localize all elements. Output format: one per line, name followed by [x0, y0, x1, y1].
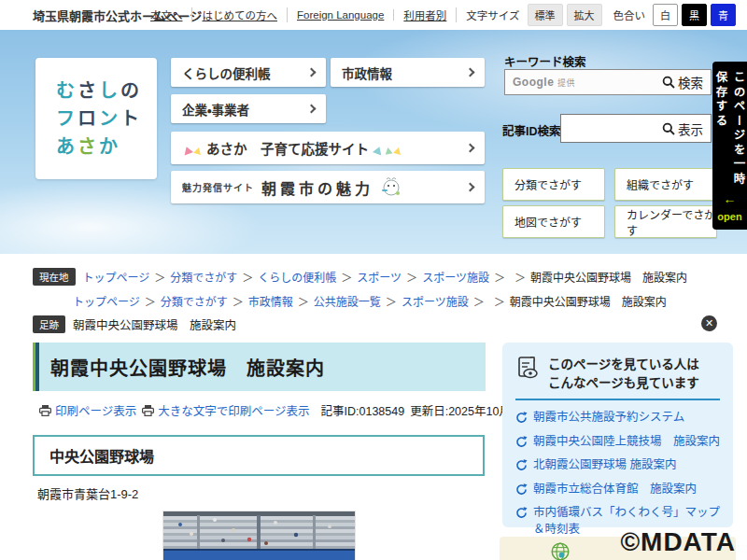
breadcrumb-primary: 現在地 トップページ＞分類でさがす＞くらしの便利帳＞スポーツ＞スポーツ施設＞＞朝… — [33, 268, 687, 286]
breadcrumb-separator: ＞ — [514, 272, 526, 285]
article-meta-row: 印刷ページ表示 大きな文字で印刷ページ表示 記事ID:0138549 更新日:2… — [39, 401, 552, 419]
related-page-link-label: 北朝霞公園野球場 施設案内 — [533, 457, 676, 474]
current-location-badge: 現在地 — [33, 268, 76, 286]
breadcrumb-link[interactable]: 分類でさがす — [161, 296, 228, 309]
breadcrumb-current: 朝霞中央公園野球場 施設案内 — [510, 296, 667, 309]
related-links-list: 朝霞市公共施設予約システム朝霞中央公園陸上競技場 施設案内北朝霞公園野球場 施設… — [515, 410, 720, 538]
print-large-page-link[interactable]: 大きな文字で印刷ページ表示 — [142, 401, 309, 419]
font-size-large-button[interactable]: 拡大 — [567, 4, 602, 26]
user-type-link[interactable]: 利用者別 — [394, 7, 457, 22]
nav-button-business[interactable]: 企業・事業者 — [171, 94, 326, 123]
site-logo[interactable]: むさしの フロント あさか — [35, 58, 157, 179]
foreign-language-link[interactable]: Foreign Language — [288, 9, 394, 21]
breadcrumb-link[interactable]: トップページ — [83, 272, 150, 285]
breadcrumb-current: 朝霞中央公園野球場 施設案内 — [530, 272, 687, 285]
logo-line-2: フロント — [56, 105, 157, 133]
chevron-right-icon — [307, 105, 317, 114]
breadcrumb-link[interactable]: くらしの便利帳 — [258, 272, 336, 285]
miryoku-banner[interactable]: 魅力発信サイト 朝霞市の魅力 — [171, 171, 485, 203]
magnifier-icon — [662, 122, 675, 135]
footprint-text: 朝霞中央公園野球場 施設案内 — [73, 315, 236, 333]
footprint-bar: 足跡 朝霞中央公園野球場 施設案内 — [33, 315, 236, 333]
printer-icon — [39, 405, 51, 416]
nav-button-city-info[interactable]: 市政情報 — [331, 58, 485, 87]
footprint-badge: 足跡 — [33, 315, 65, 333]
chevron-right-icon — [466, 144, 475, 153]
breadcrumb-secondary: トップページ＞分類でさがす＞市政情報＞公共施設一覧＞スポーツ施設＞＞朝霞中央公園… — [73, 293, 667, 309]
breadcrumb-link[interactable]: 分類でさがす — [170, 272, 237, 285]
related-page-link[interactable]: 北朝霞公園野球場 施設案内 — [515, 457, 720, 474]
article-id-search-label: 記事ID検索 — [502, 121, 561, 139]
related-page-link[interactable]: 朝霞中央公園陸上競技場 施設案内 — [515, 434, 720, 451]
save-page-tab-open: ← open — [717, 190, 741, 224]
breadcrumb-link[interactable]: トップページ — [73, 296, 140, 309]
print-page-link[interactable]: 印刷ページ表示 — [39, 401, 136, 419]
breadcrumb-link[interactable]: 公共施設一覧 — [314, 296, 381, 309]
globe-icon — [546, 541, 574, 560]
page: 埼玉県朝霞市公式ホームページ 本文へ はじめての方へ Foreign Langu… — [0, 0, 747, 560]
magnifier-icon — [662, 76, 675, 89]
color-white-button[interactable]: 白 — [653, 4, 678, 26]
logo-line-3: あさか — [56, 133, 157, 161]
related-pages-header: このページを見ている人は こんなページも見ています — [515, 356, 720, 392]
decoration-triangle — [193, 147, 203, 155]
decoration-triangle — [393, 147, 402, 155]
logo-line-1: むさしの — [56, 77, 157, 105]
skip-to-content-link[interactable]: 本文へ — [141, 7, 193, 22]
watermark: ©MDATA — [620, 527, 736, 557]
breadcrumb-link[interactable]: スポーツ — [357, 272, 402, 285]
hero-sky-banner: むさしの フロント あさか くらしの便利帳 市政情報 企業・事業者 あさか 子育… — [0, 30, 747, 254]
breadcrumb-separator: ＞ — [386, 296, 397, 309]
kosodate-banner-label: あさか 子育て応援サイト — [182, 138, 402, 158]
finder-by-map-button[interactable]: 地図でさがす — [502, 205, 605, 238]
page-title: 朝霞中央公園野球場 施設案内 — [35, 343, 486, 391]
nav-button-label: 企業・事業者 — [182, 100, 249, 119]
nav-button-label: くらしの便利帳 — [182, 63, 271, 82]
refresh-icon — [515, 412, 528, 424]
refresh-icon — [515, 459, 528, 471]
keyword-search-box[interactable]: Google 提供 検索 — [504, 69, 712, 95]
save-page-tab-label: このページを一時保存する — [712, 71, 747, 190]
breadcrumb-link[interactable]: スポーツ施設 — [422, 272, 489, 285]
finder-by-calendar-button[interactable]: カレンダーでさがす — [614, 205, 717, 238]
font-size-standard-button[interactable]: 標準 — [528, 4, 563, 26]
top-utility-bar: 埼玉県朝霞市公式ホームページ 本文へ はじめての方へ Foreign Langu… — [0, 0, 747, 30]
breadcrumb-items: トップページ＞分類でさがす＞市政情報＞公共施設一覧＞スポーツ施設＞＞朝霞中央公園… — [73, 293, 667, 309]
color-blue-button[interactable]: 青 — [711, 4, 736, 26]
decoration-triangle — [182, 146, 193, 156]
kosodate-banner[interactable]: あさか 子育て応援サイト — [171, 132, 485, 164]
breadcrumb-separator: ＞ — [341, 272, 352, 285]
save-page-tab[interactable]: このページを一時保存する ← open — [712, 62, 747, 230]
footprint-close-button[interactable]: ✕ — [701, 315, 717, 331]
related-page-link-label: 朝霞市公共施設予約システム — [533, 410, 684, 427]
breadcrumb-separator: ＞ — [145, 296, 156, 309]
search-button[interactable]: 検索 — [662, 73, 711, 91]
miryoku-banner-label: 魅力発信サイト 朝霞市の魅力 — [182, 176, 403, 199]
breadcrumb-separator: ＞ — [154, 272, 165, 285]
related-page-link[interactable]: 朝霞市立総合体育館 施設案内 — [515, 482, 720, 498]
refresh-icon — [515, 483, 528, 496]
show-button[interactable]: 表示 — [662, 119, 711, 138]
finder-by-organization-button[interactable]: 組織でさがす — [614, 168, 717, 201]
page-title-box: 朝霞中央公園野球場 施設案内 — [33, 343, 486, 391]
font-size-label: 文字サイズ — [457, 7, 525, 22]
breadcrumb-separator: ＞ — [473, 296, 485, 309]
related-page-link[interactable]: 朝霞市公共施設予約システム — [515, 410, 720, 427]
nav-button-label: 市政情報 — [342, 63, 392, 82]
first-time-link[interactable]: はじめての方へ — [192, 7, 288, 22]
divider — [515, 399, 720, 400]
nav-button-living-guide[interactable]: くらしの便利帳 — [171, 58, 326, 87]
decoration-triangle — [385, 147, 393, 154]
facility-address: 朝霞市青葉台1-9-2 — [37, 484, 138, 502]
finder-by-category-button[interactable]: 分類でさがす — [502, 168, 605, 201]
printer-icon — [142, 405, 154, 416]
color-black-button[interactable]: 黒 — [682, 4, 707, 26]
breadcrumb-separator: ＞ — [298, 296, 309, 309]
related-pages-panel: このページを見ている人は こんなページも見ています 朝霞市公共施設予約システム朝… — [502, 343, 733, 527]
article-id: 記事ID:0138549 — [321, 401, 405, 419]
breadcrumb-link[interactable]: スポーツ施設 — [402, 296, 469, 309]
keyword-search-input[interactable]: Google 提供 — [513, 76, 662, 89]
breadcrumb-link[interactable]: 市政情報 — [248, 296, 293, 309]
miryoku-title: 朝霞市の魅力 — [261, 176, 374, 199]
article-id-search-box[interactable]: 表示 — [560, 114, 712, 143]
